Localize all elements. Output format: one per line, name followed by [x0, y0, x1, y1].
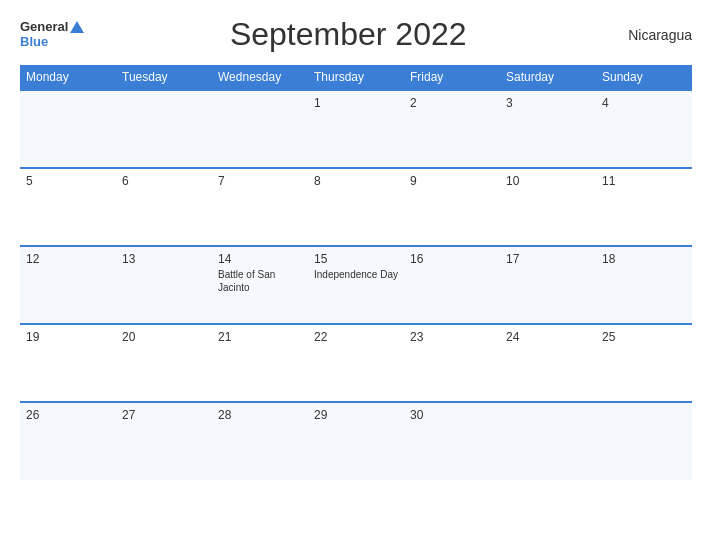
week-row-2: 567891011 — [20, 168, 692, 246]
weekday-header-monday: Monday — [20, 65, 116, 90]
calendar-cell: 9 — [404, 168, 500, 246]
day-number: 15 — [314, 252, 398, 266]
week-row-4: 19202122232425 — [20, 324, 692, 402]
day-number: 18 — [602, 252, 686, 266]
calendar-cell: 6 — [116, 168, 212, 246]
day-number: 9 — [410, 174, 494, 188]
logo-triangle-icon — [70, 21, 84, 33]
calendar-cell — [596, 402, 692, 480]
calendar-cell: 2 — [404, 90, 500, 168]
day-number: 26 — [26, 408, 110, 422]
calendar-cell: 21 — [212, 324, 308, 402]
calendar-cell: 20 — [116, 324, 212, 402]
day-number: 30 — [410, 408, 494, 422]
calendar-cell: 5 — [20, 168, 116, 246]
calendar-cell: 14Battle of San Jacinto — [212, 246, 308, 324]
calendar-title: September 2022 — [84, 16, 612, 53]
weekday-header-sunday: Sunday — [596, 65, 692, 90]
calendar-cell: 3 — [500, 90, 596, 168]
day-number: 1 — [314, 96, 398, 110]
day-number: 14 — [218, 252, 302, 266]
calendar-cell: 11 — [596, 168, 692, 246]
weekday-row: MondayTuesdayWednesdayThursdayFridaySatu… — [20, 65, 692, 90]
calendar-cell: 28 — [212, 402, 308, 480]
calendar-cell: 7 — [212, 168, 308, 246]
calendar-cell: 29 — [308, 402, 404, 480]
day-number: 16 — [410, 252, 494, 266]
day-number: 25 — [602, 330, 686, 344]
weekday-header-thursday: Thursday — [308, 65, 404, 90]
calendar-cell: 26 — [20, 402, 116, 480]
calendar-page: General Blue September 2022 Nicaragua Mo… — [0, 0, 712, 550]
calendar-cell: 30 — [404, 402, 500, 480]
day-number: 4 — [602, 96, 686, 110]
day-number: 23 — [410, 330, 494, 344]
day-number: 11 — [602, 174, 686, 188]
calendar-table: MondayTuesdayWednesdayThursdayFridaySatu… — [20, 65, 692, 480]
calendar-cell: 13 — [116, 246, 212, 324]
calendar-header: MondayTuesdayWednesdayThursdayFridaySatu… — [20, 65, 692, 90]
calendar-cell: 12 — [20, 246, 116, 324]
page-header: General Blue September 2022 Nicaragua — [20, 16, 692, 53]
calendar-cell — [116, 90, 212, 168]
day-number: 21 — [218, 330, 302, 344]
day-number: 13 — [122, 252, 206, 266]
calendar-cell: 27 — [116, 402, 212, 480]
calendar-cell: 10 — [500, 168, 596, 246]
calendar-cell: 15Independence Day — [308, 246, 404, 324]
weekday-header-tuesday: Tuesday — [116, 65, 212, 90]
calendar-cell: 18 — [596, 246, 692, 324]
day-number: 17 — [506, 252, 590, 266]
logo-general-text: General — [20, 20, 68, 34]
day-number: 24 — [506, 330, 590, 344]
day-number: 3 — [506, 96, 590, 110]
day-number: 27 — [122, 408, 206, 422]
calendar-cell: 19 — [20, 324, 116, 402]
day-number: 20 — [122, 330, 206, 344]
week-row-5: 2627282930 — [20, 402, 692, 480]
day-number: 8 — [314, 174, 398, 188]
calendar-cell: 17 — [500, 246, 596, 324]
day-number: 5 — [26, 174, 110, 188]
day-number: 28 — [218, 408, 302, 422]
week-row-1: 1234 — [20, 90, 692, 168]
country-label: Nicaragua — [612, 27, 692, 43]
calendar-cell: 25 — [596, 324, 692, 402]
calendar-body: 1234567891011121314Battle of San Jacinto… — [20, 90, 692, 480]
day-number: 7 — [218, 174, 302, 188]
calendar-cell: 23 — [404, 324, 500, 402]
day-number: 2 — [410, 96, 494, 110]
day-number: 22 — [314, 330, 398, 344]
calendar-cell: 16 — [404, 246, 500, 324]
calendar-cell: 1 — [308, 90, 404, 168]
calendar-cell: 24 — [500, 324, 596, 402]
weekday-header-friday: Friday — [404, 65, 500, 90]
day-number: 6 — [122, 174, 206, 188]
day-number: 10 — [506, 174, 590, 188]
calendar-cell: 22 — [308, 324, 404, 402]
calendar-cell: 4 — [596, 90, 692, 168]
calendar-cell — [20, 90, 116, 168]
event-label: Battle of San Jacinto — [218, 268, 302, 294]
week-row-3: 121314Battle of San Jacinto15Independenc… — [20, 246, 692, 324]
calendar-cell — [212, 90, 308, 168]
weekday-header-saturday: Saturday — [500, 65, 596, 90]
day-number: 29 — [314, 408, 398, 422]
logo: General Blue — [20, 20, 84, 49]
weekday-header-wednesday: Wednesday — [212, 65, 308, 90]
logo-blue-text: Blue — [20, 35, 84, 49]
calendar-cell — [500, 402, 596, 480]
calendar-cell: 8 — [308, 168, 404, 246]
day-number: 12 — [26, 252, 110, 266]
day-number: 19 — [26, 330, 110, 344]
event-label: Independence Day — [314, 268, 398, 281]
